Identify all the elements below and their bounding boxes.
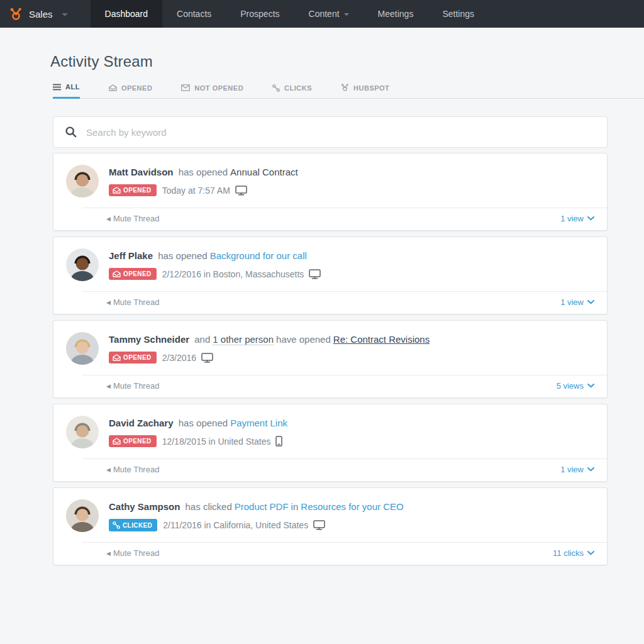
- tab-opened[interactable]: OPENED: [109, 83, 152, 99]
- activity-card-main: Jeff Plake has openedBackground for our …: [53, 237, 607, 291]
- actor-name[interactable]: Cathy Sampson: [109, 501, 180, 512]
- mute-thread-button[interactable]: ◀ Mute Thread: [106, 381, 159, 391]
- brand[interactable]: Sales: [0, 0, 91, 28]
- desktop-icon: [235, 186, 247, 196]
- open-envelope-icon: [113, 438, 121, 445]
- activity-object-link[interactable]: 1 other person: [213, 334, 274, 345]
- activity-meta: OPENED 12/18/2015 in United States: [109, 435, 594, 447]
- activity-card-footer: ◀ Mute Thread 5 views: [53, 375, 607, 397]
- tab-clicks[interactable]: CLICKS: [272, 83, 312, 99]
- sprocket-icon: [341, 84, 349, 92]
- avatar[interactable]: [66, 332, 99, 365]
- desktop-icon: [313, 520, 325, 530]
- closed-envelope-icon: [181, 84, 190, 91]
- activity-meta: OPENED 2/3/2016: [109, 352, 594, 364]
- activity-card-footer: ◀ Mute Thread 1 view: [53, 292, 607, 314]
- view-count-toggle[interactable]: 1 view: [560, 465, 594, 474]
- nav-item-content[interactable]: Content: [294, 0, 364, 28]
- chevron-down-icon: [587, 216, 594, 221]
- mute-speaker-icon: ◀: [106, 299, 111, 306]
- activity-body: Jeff Plake has openedBackground for our …: [109, 248, 594, 281]
- mute-thread-button[interactable]: ◀ Mute Thread: [106, 465, 159, 474]
- activity-action-text: has opened: [179, 167, 228, 177]
- activity-object-link[interactable]: Payment Link: [230, 418, 287, 428]
- nav-item-prospects[interactable]: Prospects: [226, 0, 294, 28]
- activity-object-link[interactable]: Re: Contract Revisions: [333, 334, 430, 345]
- activity-object-link[interactable]: Product PDF: [235, 501, 289, 512]
- mute-speaker-icon: ◀: [106, 467, 111, 473]
- activity-action-text: has opened: [179, 418, 228, 428]
- desktop-icon: [201, 353, 213, 363]
- search-icon: [65, 126, 77, 138]
- activity-card: David Zachary has openedPayment Link OPE…: [53, 404, 608, 482]
- hubspot-sprocket-icon: [9, 7, 23, 21]
- view-count-toggle[interactable]: 11 clicks: [553, 548, 594, 558]
- activity-sentence: Tammy Schneider and1 other personhave op…: [109, 333, 594, 345]
- activity-card: Matt Davidson has openedAnnual Contract …: [53, 153, 608, 231]
- actor-name[interactable]: Jeff Plake: [109, 250, 153, 261]
- avatar[interactable]: [66, 248, 99, 281]
- activity-card-footer: ◀ Mute Thread 1 view: [53, 208, 607, 230]
- mute-speaker-icon: ◀: [106, 550, 111, 557]
- activity-action-text: has opened: [158, 250, 207, 261]
- open-envelope-icon: [113, 187, 121, 194]
- avatar[interactable]: [66, 416, 99, 448]
- chevron-down-icon: [344, 13, 349, 16]
- page-title: Activity Stream: [50, 53, 644, 70]
- mute-thread-button[interactable]: ◀ Mute Thread: [106, 297, 159, 307]
- open-envelope-icon: [113, 270, 121, 277]
- actor-name[interactable]: Matt Davidson: [109, 167, 174, 177]
- search-card: [53, 116, 608, 148]
- nav-item-contacts[interactable]: Contacts: [162, 0, 226, 28]
- activity-date: 12/18/2015 in United States: [162, 436, 271, 447]
- activity-card-footer: ◀ Mute Thread 1 view: [53, 459, 607, 481]
- activity-sentence: David Zachary has openedPayment Link: [109, 417, 594, 429]
- activity-card-main: Matt Davidson has openedAnnual Contract …: [53, 153, 607, 208]
- mute-speaker-icon: ◀: [106, 216, 111, 222]
- activity-meta: CLICKED 2/11/2016 in California, United …: [109, 519, 594, 531]
- view-count-toggle[interactable]: 1 view: [560, 297, 594, 307]
- chevron-down-icon: [587, 551, 594, 555]
- activity-body: Cathy Sampson has clickedProduct PDFinRe…: [109, 499, 594, 532]
- view-count-toggle[interactable]: 5 views: [557, 381, 594, 391]
- status-badge: CLICKED: [109, 519, 157, 531]
- status-badge: OPENED: [109, 268, 157, 280]
- nav-item-dashboard[interactable]: Dashboard: [91, 0, 163, 28]
- search-input[interactable]: [86, 127, 596, 138]
- nav-items: DashboardContactsProspectsContentMeeting…: [91, 0, 489, 28]
- link-icon: [272, 84, 280, 92]
- actor-name[interactable]: David Zachary: [109, 418, 174, 428]
- activity-date: Today at 7:57 AM: [162, 186, 230, 196]
- mobile-icon: [275, 436, 282, 447]
- avatar[interactable]: [66, 165, 99, 197]
- tab-all[interactable]: ALL: [53, 83, 80, 99]
- tab-not-opened[interactable]: NOT OPENED: [181, 83, 243, 99]
- activity-card: Tammy Schneider and1 other personhave op…: [53, 320, 608, 398]
- chevron-down-icon[interactable]: [62, 13, 68, 16]
- tab-hubspot[interactable]: HUBSPOT: [341, 83, 389, 99]
- status-badge: OPENED: [109, 184, 157, 196]
- nav-item-meetings[interactable]: Meetings: [364, 0, 428, 28]
- avatar[interactable]: [66, 499, 99, 532]
- activity-object-link[interactable]: Resources for your CEO: [301, 501, 403, 512]
- top-navbar: Sales DashboardContactsProspectsContentM…: [0, 0, 644, 28]
- view-count-toggle[interactable]: 1 view: [560, 214, 594, 223]
- actor-name[interactable]: Tammy Schneider: [109, 334, 189, 345]
- link-icon: [113, 521, 120, 529]
- activity-stream: Matt Davidson has openedAnnual Contract …: [53, 153, 608, 565]
- mute-speaker-icon: ◀: [106, 383, 111, 389]
- chevron-down-icon: [587, 384, 594, 388]
- list-icon: [53, 84, 61, 91]
- open-envelope-icon: [109, 84, 117, 91]
- activity-body: Tammy Schneider and1 other personhave op…: [109, 332, 594, 365]
- activity-object-link[interactable]: Background for our call: [210, 250, 307, 261]
- activity-card-main: Tammy Schneider and1 other personhave op…: [53, 321, 607, 375]
- brand-label: Sales: [29, 9, 53, 19]
- mute-thread-button[interactable]: ◀ Mute Thread: [106, 548, 159, 558]
- activity-meta: OPENED Today at 7:57 AM: [109, 184, 594, 196]
- activity-card: Cathy Sampson has clickedProduct PDFinRe…: [53, 487, 608, 565]
- activity-body: David Zachary has openedPayment Link OPE…: [109, 416, 594, 448]
- activity-meta: OPENED 2/12/2016 in Boston, Massachusett…: [109, 268, 594, 280]
- mute-thread-button[interactable]: ◀ Mute Thread: [106, 214, 159, 223]
- nav-item-settings[interactable]: Settings: [428, 0, 489, 28]
